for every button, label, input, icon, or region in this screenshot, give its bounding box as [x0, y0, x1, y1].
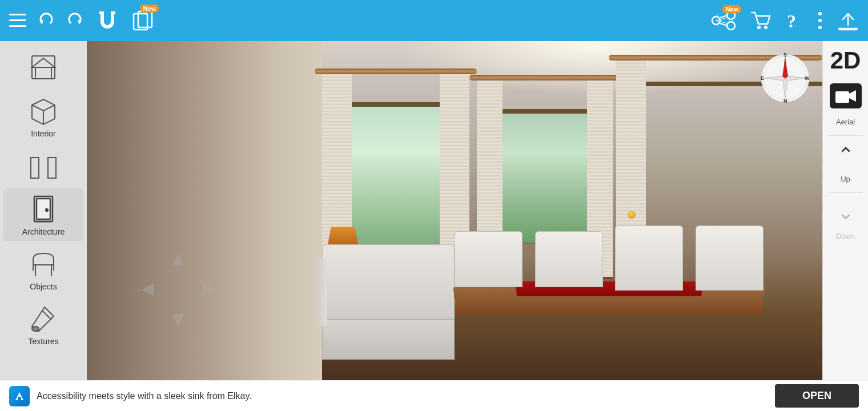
sidebar-item-rooms[interactable]	[3, 47, 83, 88]
ad-logo	[9, 386, 30, 406]
chair-back-1	[455, 231, 523, 287]
aerial-camera-button[interactable]	[830, 83, 862, 108]
menu-button[interactable]	[9, 14, 26, 27]
cart-button[interactable]	[750, 10, 771, 31]
svg-text:W: W	[805, 75, 810, 81]
svg-point-13	[764, 26, 767, 29]
nav-down-arrow[interactable]: ▼	[163, 304, 193, 335]
curtain-rod-left	[315, 68, 476, 74]
nav-up-arrow[interactable]: ▲	[163, 243, 193, 273]
sofa-seat	[322, 319, 455, 360]
new-badge-label: New	[140, 5, 159, 13]
svg-marker-19	[32, 58, 55, 67]
svg-text:N: N	[783, 98, 787, 104]
up-label: Up	[841, 175, 850, 183]
svg-rect-0	[9, 14, 26, 15]
divider	[829, 135, 863, 136]
sofa-back	[322, 244, 455, 319]
sidebar: Interior Architecture Objects	[0, 41, 87, 380]
sidebar-item-textures-label: Textures	[29, 337, 59, 346]
aerial-label: Aerial	[836, 118, 855, 126]
svg-rect-2	[9, 25, 26, 27]
view-2d-button[interactable]: 2D	[830, 47, 861, 74]
view-up-button[interactable]: ⌃	[837, 145, 854, 166]
redo-button[interactable]	[66, 12, 83, 29]
sidebar-item-architecture-label: Architecture	[22, 227, 65, 236]
curtain-rod-mid	[469, 75, 624, 80]
more-options-button[interactable]	[817, 10, 823, 31]
divider-2	[829, 192, 863, 193]
magnet-button[interactable]	[95, 8, 120, 33]
svg-rect-20	[31, 158, 39, 178]
svg-marker-39	[849, 90, 856, 102]
svg-point-17	[818, 26, 822, 29]
sidebar-item-interior-label: Interior	[31, 129, 56, 138]
room-scene: ▲ ◄ ► ▼ S	[87, 41, 822, 380]
dining-table	[455, 194, 763, 380]
svg-text:?: ?	[787, 11, 796, 31]
sidebar-item-walls[interactable]	[3, 145, 83, 186]
svg-rect-6	[111, 11, 115, 14]
copy-new-button[interactable]: New	[131, 9, 154, 32]
nav-left-arrow[interactable]: ◄	[132, 273, 163, 304]
svg-text:E: E	[761, 75, 764, 81]
share-new-badge: New	[722, 5, 741, 13]
down-label: Down	[836, 232, 855, 240]
navigation-arrows: ▲ ◄ ► ▼	[132, 243, 224, 335]
main-3d-view[interactable]: ▲ ◄ ► ▼ S	[87, 41, 822, 380]
view-down-button[interactable]: ⌄	[837, 202, 854, 223]
upload-button[interactable]	[837, 10, 859, 31]
chair-back-4	[696, 225, 763, 291]
sofa-arm-left	[317, 258, 328, 326]
svg-rect-21	[48, 158, 56, 178]
sofa	[322, 244, 455, 380]
open-ad-button[interactable]: OPEN	[775, 384, 859, 408]
sidebar-item-objects[interactable]: Objects	[3, 243, 83, 296]
share-button[interactable]: New	[710, 10, 737, 31]
help-button[interactable]: ?	[785, 10, 803, 31]
svg-point-12	[757, 26, 761, 29]
right-panel: 2D Aerial ⌃ Up ⌄ Down	[822, 41, 868, 380]
sidebar-item-objects-label: Objects	[30, 282, 57, 291]
svg-point-15	[818, 12, 822, 15]
ad-text: Accessibility meets style with a sleek s…	[37, 391, 768, 401]
svg-text:S: S	[783, 53, 787, 58]
svg-point-16	[818, 19, 822, 22]
ad-bar: Accessibility meets style with a sleek s…	[0, 380, 868, 411]
svg-rect-38	[835, 91, 849, 103]
compass: S N E W	[760, 53, 811, 104]
sidebar-item-textures[interactable]: Textures	[3, 298, 83, 350]
svg-point-24	[46, 209, 48, 211]
chair-back-3	[615, 225, 683, 291]
svg-rect-1	[9, 19, 26, 21]
undo-button[interactable]	[38, 12, 55, 29]
svg-rect-5	[99, 11, 104, 14]
svg-point-11	[727, 22, 735, 30]
chair-back-2	[535, 231, 603, 287]
svg-point-25	[32, 327, 39, 331]
sidebar-item-interior[interactable]: Interior	[3, 90, 83, 143]
nav-right-arrow[interactable]: ►	[194, 273, 224, 304]
sidebar-item-architecture[interactable]: Architecture	[3, 188, 83, 241]
toolbar: New New ?	[0, 0, 868, 41]
